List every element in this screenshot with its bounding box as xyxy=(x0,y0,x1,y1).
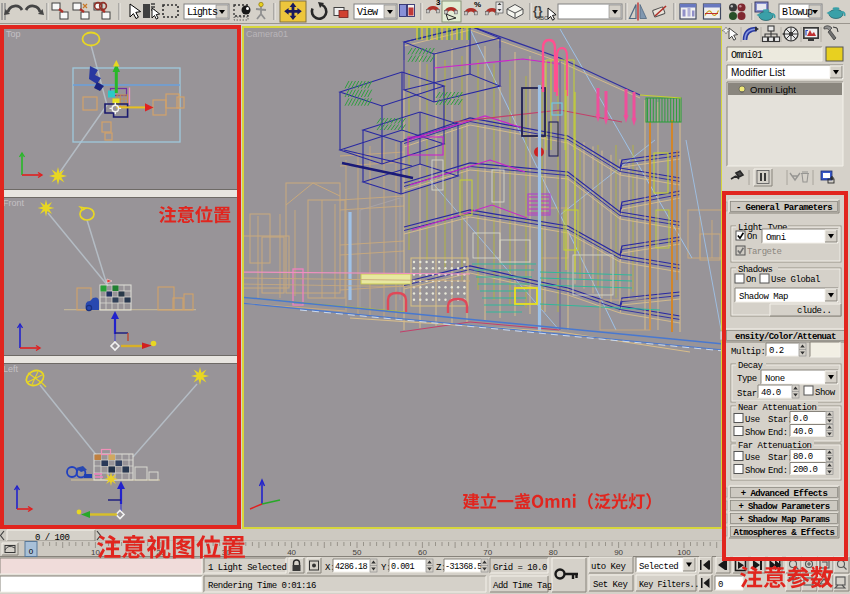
svg-text:50: 50 xyxy=(353,548,362,557)
svg-text:70: 70 xyxy=(483,548,492,557)
svg-text:90: 90 xyxy=(614,548,623,557)
svg-text:40.0: 40.0 xyxy=(761,388,781,398)
svg-text:View: View xyxy=(357,7,378,18)
svg-text:100: 100 xyxy=(677,548,691,557)
svg-text:On: On xyxy=(746,275,756,285)
svg-text:Modifier List: Modifier List xyxy=(731,67,785,78)
svg-text:+ Shadow Parameters: + Shadow Parameters xyxy=(738,502,829,512)
svg-text:Show: Show xyxy=(745,466,766,476)
svg-text:Left: Left xyxy=(3,364,19,374)
svg-text:Star:: Star: xyxy=(768,415,793,425)
svg-text:Rendering Time 0:01:16: Rendering Time 0:01:16 xyxy=(208,581,316,591)
svg-text:Star: Star xyxy=(737,389,757,399)
svg-text:Shadow Map: Shadow Map xyxy=(739,292,788,302)
svg-text:40: 40 xyxy=(287,548,296,557)
svg-text:80: 80 xyxy=(549,548,558,557)
svg-text:Omni01: Omni01 xyxy=(731,50,763,61)
svg-text:Multip:: Multip: xyxy=(731,347,765,357)
svg-text:Front: Front xyxy=(3,198,25,208)
svg-text:Top: Top xyxy=(6,29,21,39)
svg-text:Set Key: Set Key xyxy=(593,580,628,590)
svg-text:0: 0 xyxy=(29,547,34,556)
svg-text:Use: Use xyxy=(745,453,760,463)
svg-text:ensity/Color/Attenuat: ensity/Color/Attenuat xyxy=(735,332,836,342)
svg-text:Show: Show xyxy=(815,388,836,398)
svg-text:80.0: 80.0 xyxy=(793,452,813,462)
svg-text:0.2: 0.2 xyxy=(769,346,784,356)
svg-text:Blowup: Blowup xyxy=(782,7,813,18)
svg-text:0: 0 xyxy=(718,580,723,590)
svg-text:40.0: 40.0 xyxy=(793,427,813,437)
svg-text:-31368.5: -31368.5 xyxy=(445,562,482,572)
svg-text:Lights: Lights xyxy=(187,7,218,18)
svg-text:Omni: Omni xyxy=(766,233,786,243)
svg-text:uto Key: uto Key xyxy=(591,562,626,572)
svg-text:3: 3 xyxy=(436,0,441,7)
svg-text:Targete: Targete xyxy=(747,247,781,257)
svg-text:Omni Light: Omni Light xyxy=(750,84,796,95)
svg-text:clude..: clude.. xyxy=(797,306,831,316)
svg-text:Add Time Tag: Add Time Tag xyxy=(493,581,552,591)
svg-text:On: On xyxy=(747,232,757,242)
svg-text:- General Parameters: - General Parameters xyxy=(736,203,832,213)
svg-text:Show: Show xyxy=(745,428,766,438)
svg-text:Atmospheres & Effects: Atmospheres & Effects xyxy=(734,528,835,538)
svg-text:Use: Use xyxy=(745,415,760,425)
svg-text:%: % xyxy=(474,0,481,9)
svg-text:Shadows: Shadows xyxy=(738,265,772,275)
svg-text:1 Light Selected: 1 Light Selected xyxy=(208,563,287,573)
svg-text:0.001: 0.001 xyxy=(391,562,414,572)
svg-text:None: None xyxy=(765,374,785,384)
svg-text:Use Global: Use Global xyxy=(771,275,820,285)
svg-text:End:: End: xyxy=(768,466,788,476)
svg-text:Star:: Star: xyxy=(768,453,793,463)
svg-text:4286.18: 4286.18 xyxy=(335,562,368,572)
svg-text:ABC: ABC xyxy=(536,15,549,21)
svg-text:Key Filters...: Key Filters... xyxy=(639,580,703,590)
svg-text:60: 60 xyxy=(418,548,427,557)
svg-text:+ Advanced Effects: + Advanced Effects xyxy=(741,489,828,499)
svg-text:0.0: 0.0 xyxy=(793,414,808,424)
svg-text:Type: Type xyxy=(737,374,757,384)
svg-text:+ Shadow Map Params: + Shadow Map Params xyxy=(738,515,829,525)
svg-text:200.0: 200.0 xyxy=(793,465,818,475)
svg-text:Decay: Decay xyxy=(738,361,764,371)
svg-text:Grid = 10.0: Grid = 10.0 xyxy=(493,563,547,573)
svg-text:End:: End: xyxy=(768,428,788,438)
svg-text:Selected: Selected xyxy=(639,562,678,572)
svg-text:Camera01: Camera01 xyxy=(246,29,288,39)
